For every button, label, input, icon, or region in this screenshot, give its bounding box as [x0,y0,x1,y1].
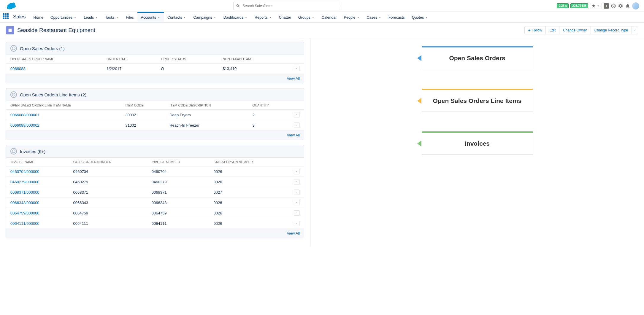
line-items-table: OPEN SALES ORDER LINE ITEM NAMEITEM CODE… [6,101,304,131]
column-header[interactable]: OPEN SALES ORDER NAME [6,55,102,63]
record-link[interactable]: 0068371/000000 [10,190,39,195]
row-menu-button[interactable] [294,190,300,195]
record-link[interactable]: 0064111/000000 [10,221,39,226]
change-record-type-button[interactable]: Change Record Type [591,26,632,34]
row-menu-button[interactable] [294,169,300,174]
row-menu-button[interactable] [294,210,300,216]
column-header[interactable]: OPEN SALES ORDER LINE ITEM NAME [6,101,121,110]
open-sales-orders-table: OPEN SALES ORDER NAMEORDER DATEORDER STA… [6,55,304,74]
app-name: Sales [13,14,26,20]
nav-item-forecasts[interactable]: Forecasts [385,12,408,22]
chevron-down-icon [596,4,600,8]
row-menu-button[interactable] [294,221,300,226]
nav-item-chatter[interactable]: Chatter [275,12,295,22]
row-menu-button[interactable] [294,179,300,184]
column-header[interactable]: ITEM CODE DESCRIPTION [165,101,248,110]
global-search[interactable] [233,2,340,10]
column-header[interactable]: ITEM CODE [121,101,165,110]
view-all-link[interactable]: View All [287,77,300,81]
column-header[interactable]: SALES ORDER NUMBER [69,158,147,166]
chevron-down-icon [296,124,298,126]
table-row: 0460704/000000046070404607040026 [6,166,304,177]
column-header[interactable]: INVOICE NUMBER [147,158,210,166]
follow-button[interactable]: +Follow [524,26,546,34]
help-icon[interactable] [611,3,616,9]
nav-item-contacts[interactable]: Contacts [164,12,190,22]
nav-item-cases[interactable]: Cases [363,12,385,22]
nav-item-quotes[interactable]: Quotes [408,12,432,22]
row-menu-button[interactable] [294,122,300,128]
chevron-down-icon [312,16,315,19]
line-items-card: Open Sales Orders Line Items (2) OPEN SA… [6,88,304,140]
nav-item-accounts[interactable]: Accounts [137,12,164,22]
chevron-down-icon [116,16,119,19]
related-list-icon [10,91,17,98]
callout-label: Open Sales Orders Line Items [422,97,533,104]
notifications-bell-icon[interactable] [625,3,630,9]
table-row: 0460279/000000046027904602790026 [6,177,304,187]
nav-item-leads[interactable]: Leads [80,12,101,22]
table-row: 0066343/000000006634300663430026 [6,198,304,208]
account-icon [6,26,14,34]
record-link[interactable]: 0066088 [10,66,26,71]
arrow-left-icon [417,98,421,104]
record-link[interactable]: 0066088/000001 [10,113,39,117]
related-list-icon [10,148,17,155]
record-link[interactable]: 0460704/000000 [10,169,39,174]
row-menu-button[interactable] [294,66,300,71]
chevron-down-icon [357,16,360,19]
column-header[interactable]: NON TAXABLE AMT [218,55,290,63]
favorites-button[interactable] [590,3,602,9]
record-actions: +Follow Edit Change Owner Change Record … [525,26,638,34]
nav-item-groups[interactable]: Groups [295,12,318,22]
record-link[interactable]: 0064759/000000 [10,211,39,215]
record-header: Seaside Restaurant Equipment +Follow Edi… [0,23,644,38]
nav-item-people[interactable]: People [340,12,363,22]
salesforce-logo[interactable] [5,2,17,10]
column-header[interactable]: SALESPERSON NUMBER [209,158,290,166]
row-menu-button[interactable] [294,200,300,205]
chevron-down-icon [296,114,298,116]
setup-gear-icon[interactable] [618,3,623,9]
nav-item-calendar[interactable]: Calendar [318,12,340,22]
table-row: 0064111/000000006411100641110026 [6,218,304,229]
search-input[interactable] [242,4,337,8]
nav-item-dashboards[interactable]: Dashboards [220,12,251,22]
chevron-down-icon [183,16,186,19]
view-all-link[interactable]: View All [287,231,300,236]
nav-item-campaigns[interactable]: Campaigns [190,12,220,22]
table-row: 0064759/000000006475900647590026 [6,208,304,218]
chevron-down-icon [296,170,298,173]
global-add-button[interactable]: + [604,3,609,9]
callout-line-items: Open Sales Orders Line Items [422,90,533,112]
record-link[interactable]: 0066343/000000 [10,201,39,205]
column-header[interactable]: INVOICE NAME [6,158,69,166]
nav-item-home[interactable]: Home [30,12,47,22]
column-header[interactable]: ORDER STATUS [157,55,218,63]
callout-label: Invoices [422,140,533,147]
app-launcher-icon[interactable] [3,13,10,20]
column-header[interactable]: QUANTITY [248,101,290,110]
chevron-down-icon [378,16,381,19]
record-link[interactable]: 0460279/000000 [10,180,39,184]
row-menu-button[interactable] [294,112,300,117]
view-all-link[interactable]: View All [287,133,300,137]
record-actions-more-button[interactable] [632,26,638,34]
nav-item-files[interactable]: Files [122,12,137,22]
column-header[interactable]: ORDER DATE [102,55,157,63]
record-link[interactable]: 0066088/000002 [10,123,39,128]
nav-item-opportunities[interactable]: Opportunities [47,12,80,22]
chevron-down-icon [157,16,160,19]
table-row: 00660881/2/2017O$13,410 [6,63,304,74]
edit-button[interactable]: Edit [545,26,559,34]
perf-time-badge: 0.23 s [557,3,569,8]
invoices-card: Invoices (6+) INVOICE NAMESALES ORDER NU… [6,145,304,238]
chevron-down-icon [296,191,298,193]
nav-item-tasks[interactable]: Tasks [101,12,122,22]
arrow-left-icon [417,55,421,61]
change-owner-button[interactable]: Change Owner [559,26,591,34]
user-avatar[interactable] [632,2,639,9]
card-title: Open Sales Orders Line Items (2) [20,92,86,97]
related-list-icon [10,45,17,52]
nav-item-reports[interactable]: Reports [251,12,275,22]
